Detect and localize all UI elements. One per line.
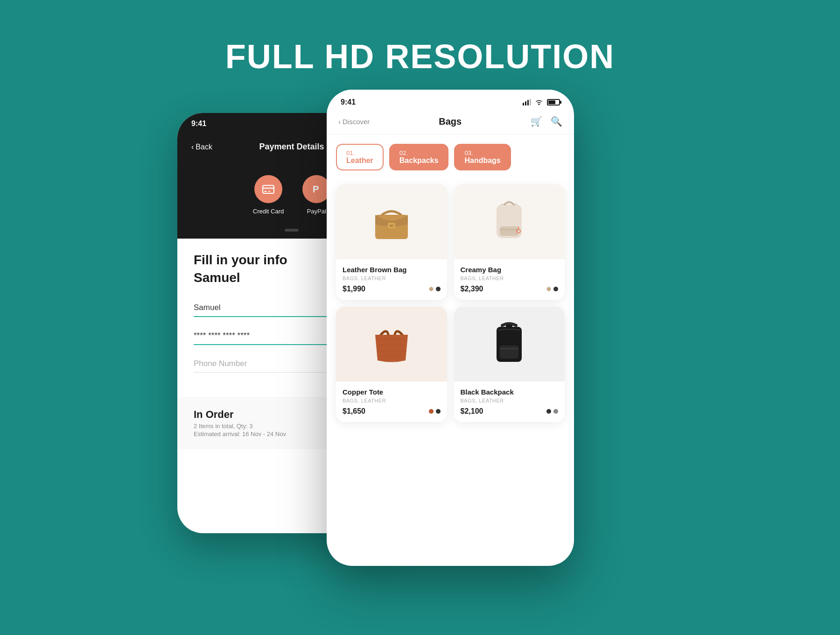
categories: 01. Leather 02. Backpacks 03. Handbags bbox=[327, 134, 574, 177]
product-name-3: Copper Tote bbox=[343, 388, 441, 396]
phones-container: 9:41 ‹ Back Payment Details bbox=[0, 104, 840, 571]
product-name-1: Leather Brown Bag bbox=[343, 266, 441, 274]
wifi-icon bbox=[535, 99, 543, 106]
svg-rect-2 bbox=[264, 191, 267, 192]
category-leather[interactable]: 01. Leather bbox=[336, 144, 384, 170]
color-dot-dark bbox=[436, 287, 441, 291]
status-bar-right: 9:41 bbox=[327, 90, 574, 111]
color-dots-1 bbox=[429, 287, 441, 291]
nav-back-button[interactable]: ‹ Discover bbox=[338, 118, 370, 126]
notch bbox=[254, 113, 329, 129]
svg-rect-3 bbox=[268, 191, 270, 192]
cat-name-1: Leather bbox=[346, 156, 373, 165]
product-price-row-4: $2,100 bbox=[461, 407, 559, 416]
signal-icon bbox=[523, 99, 531, 106]
header-title: Payment Details bbox=[259, 142, 324, 152]
color-dot-beige bbox=[429, 287, 434, 291]
product-image-1 bbox=[336, 184, 447, 259]
product-price-4: $2,100 bbox=[461, 407, 483, 416]
color-dot-dark2 bbox=[553, 287, 558, 291]
nav-actions: 🛒 🔍 bbox=[531, 116, 562, 127]
product-price-2: $2,390 bbox=[461, 285, 483, 293]
product-price-3: $1,650 bbox=[343, 407, 365, 416]
time-right: 9:41 bbox=[341, 98, 356, 106]
time-left: 9:41 bbox=[191, 120, 206, 128]
chevron-left-nav-icon: ‹ bbox=[338, 118, 341, 126]
products-grid: Leather Brown Bag BAGS, LEATHER $1,990 bbox=[327, 177, 574, 429]
nav-title: Bags bbox=[439, 116, 462, 127]
creamy-bag-img bbox=[488, 196, 530, 247]
payment-credit-card[interactable]: Credit Card bbox=[253, 175, 284, 215]
color-dot-black bbox=[546, 409, 551, 414]
leather-brown-bag-img bbox=[366, 198, 417, 245]
color-dots-4 bbox=[546, 409, 558, 414]
product-image-2 bbox=[454, 184, 565, 259]
black-backpack-img bbox=[488, 320, 530, 369]
product-price-row-3: $1,650 bbox=[343, 407, 441, 416]
svg-text:P: P bbox=[313, 184, 319, 194]
cart-icon[interactable]: 🛒 bbox=[531, 116, 542, 127]
product-info-3: Copper Tote BAGS, LEATHER $1,650 bbox=[336, 381, 447, 422]
product-price-1: $1,990 bbox=[343, 285, 365, 293]
product-info-4: Black Backpack BAGS, LEATHER $2,100 bbox=[454, 381, 565, 422]
product-name-4: Black Backpack bbox=[461, 388, 559, 396]
credit-card-label: Credit Card bbox=[253, 208, 284, 215]
copper-tote-img bbox=[366, 321, 417, 367]
back-label: Back bbox=[196, 143, 212, 151]
svg-rect-21 bbox=[500, 346, 518, 359]
cat-num-3: 03. bbox=[464, 149, 500, 156]
back-button[interactable]: ‹ Back bbox=[191, 143, 212, 151]
nav-back-label: Discover bbox=[343, 118, 370, 126]
svg-rect-1 bbox=[263, 187, 274, 189]
product-image-4 bbox=[454, 307, 565, 381]
color-dot-copper bbox=[429, 409, 434, 414]
category-handbags[interactable]: 03. Handbags bbox=[454, 144, 511, 170]
product-name-2: Creamy Bag bbox=[461, 266, 559, 274]
product-card-1[interactable]: Leather Brown Bag BAGS, LEATHER $1,990 bbox=[336, 184, 447, 300]
svg-rect-7 bbox=[527, 100, 529, 106]
battery-icon bbox=[547, 99, 560, 106]
svg-rect-14 bbox=[500, 226, 518, 236]
svg-rect-5 bbox=[523, 103, 524, 106]
cat-num-2: 02. bbox=[399, 149, 439, 156]
product-category-2: BAGS, LEATHER bbox=[461, 275, 559, 281]
product-price-row-2: $2,390 bbox=[461, 285, 559, 293]
status-icons bbox=[523, 99, 560, 106]
svg-rect-12 bbox=[390, 225, 393, 227]
product-card-2[interactable]: Creamy Bag BAGS, LEATHER $2,390 bbox=[454, 184, 565, 300]
color-dots-3 bbox=[429, 409, 441, 414]
svg-rect-23 bbox=[506, 325, 512, 328]
product-info-1: Leather Brown Bag BAGS, LEATHER $1,990 bbox=[336, 259, 447, 300]
product-category-4: BAGS, LEATHER bbox=[461, 398, 559, 403]
color-dot-beige2 bbox=[546, 287, 551, 291]
chevron-left-icon: ‹ bbox=[191, 143, 194, 151]
color-dot-gray bbox=[553, 409, 558, 414]
product-info-2: Creamy Bag BAGS, LEATHER $2,390 bbox=[454, 259, 565, 300]
product-card-4[interactable]: Black Backpack BAGS, LEATHER $2,100 bbox=[454, 307, 565, 422]
product-card-3[interactable]: Copper Tote BAGS, LEATHER $1,650 bbox=[336, 307, 447, 422]
search-icon[interactable]: 🔍 bbox=[551, 116, 562, 127]
page-headline: FULL HD RESOLUTION bbox=[225, 37, 615, 76]
cat-num-1: 01. bbox=[346, 149, 373, 156]
product-category-1: BAGS, LEATHER bbox=[343, 275, 441, 281]
svg-rect-8 bbox=[530, 99, 531, 106]
svg-point-9 bbox=[539, 104, 540, 105]
svg-rect-0 bbox=[263, 185, 274, 193]
color-dot-dark3 bbox=[436, 409, 441, 414]
paypal-label: PayPal bbox=[307, 208, 326, 215]
svg-rect-6 bbox=[525, 101, 526, 106]
cat-name-3: Handbags bbox=[464, 156, 500, 165]
product-category-3: BAGS, LEATHER bbox=[343, 398, 441, 403]
credit-card-icon bbox=[254, 175, 282, 203]
category-backpacks[interactable]: 02. Backpacks bbox=[389, 144, 449, 170]
cat-name-2: Backpacks bbox=[399, 156, 439, 165]
color-dots-2 bbox=[546, 287, 558, 291]
phone-right: 9:41 bbox=[327, 90, 574, 566]
product-image-3 bbox=[336, 307, 447, 381]
product-price-row-1: $1,990 bbox=[343, 285, 441, 293]
nav-bar: ‹ Discover Bags 🛒 🔍 bbox=[327, 111, 574, 134]
